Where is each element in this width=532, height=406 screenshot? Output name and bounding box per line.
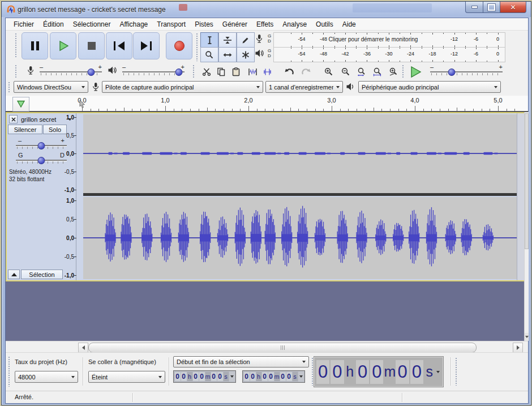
- time-digit[interactable]: 0: [211, 372, 217, 381]
- fit-selection-button[interactable]: [354, 65, 368, 79]
- play-at-speed-button[interactable]: [406, 65, 424, 79]
- trim-audio-button[interactable]: [246, 65, 260, 79]
- selection-mode-dropdown[interactable]: Début et fin de la sélection: [173, 356, 309, 367]
- time-digit[interactable]: 0: [396, 360, 409, 384]
- menu-item-selectionner[interactable]: Sélectionner: [68, 19, 115, 30]
- menu-item-effets[interactable]: Effets: [252, 19, 278, 30]
- cut-button[interactable]: [199, 65, 213, 79]
- time-digit[interactable]: 0: [199, 372, 205, 381]
- undo-button[interactable]: [282, 65, 296, 79]
- vertical-scrollbar-thumb[interactable]: [525, 113, 529, 249]
- paste-button[interactable]: [229, 65, 243, 79]
- recording-channels-dropdown[interactable]: 1 canal d'enregistrement (m: [265, 81, 343, 93]
- mixer-toolbar-grip[interactable]: [15, 65, 17, 78]
- menu-item-aide[interactable]: Aide: [338, 19, 361, 30]
- timeline-ruler[interactable]: 0,01,02,03,04,05,0: [6, 96, 528, 112]
- time-digit[interactable]: 0: [244, 372, 250, 381]
- scroll-right-button[interactable]: [513, 343, 523, 353]
- menu-item-analyse[interactable]: Analyse: [278, 19, 311, 30]
- time-digit[interactable]: 0: [193, 372, 199, 381]
- time-unit[interactable]: m: [274, 372, 280, 381]
- menu-item-affichage[interactable]: Affichage: [115, 19, 152, 30]
- time-shift-tool-button[interactable]: [218, 47, 237, 62]
- time-format-menu-arrow[interactable]: [229, 371, 235, 382]
- time-digit[interactable]: 0: [175, 372, 181, 381]
- menu-item-transport[interactable]: Transport: [152, 19, 190, 30]
- time-format-menu-arrow[interactable]: [298, 371, 304, 382]
- playback-device-dropdown[interactable]: Périphérique audio principal: [358, 81, 501, 93]
- record-meter[interactable]: -54-48-12-60Cliquer pour démarrer le mon…: [273, 32, 505, 48]
- skip-to-end-button[interactable]: [133, 32, 160, 59]
- selection-start-time-field[interactable]: 00h00m00s: [173, 370, 236, 383]
- audio-host-dropdown[interactable]: Windows DirectSou: [14, 81, 88, 93]
- zoom-tool-button[interactable]: [200, 47, 218, 62]
- play-button[interactable]: [50, 32, 76, 59]
- waveform-channel-right[interactable]: [83, 197, 517, 279]
- fit-project-button[interactable]: [370, 65, 384, 79]
- record-meter-mic-icon[interactable]: [255, 34, 264, 44]
- time-digit[interactable]: 0: [268, 372, 274, 381]
- waveform-channel-left[interactable]: [83, 114, 517, 193]
- time-unit[interactable]: h: [345, 364, 355, 380]
- time-digit[interactable]: 0: [316, 360, 329, 384]
- time-digit[interactable]: 0: [331, 360, 344, 384]
- menu-item-pistes[interactable]: Pistes: [190, 19, 218, 30]
- horizontal-scrollbar[interactable]: [6, 341, 528, 352]
- time-unit[interactable]: s: [224, 372, 229, 381]
- record-button[interactable]: [166, 32, 192, 59]
- skip-to-start-button[interactable]: [106, 32, 132, 59]
- time-digit[interactable]: 0: [250, 372, 256, 381]
- horizontal-scrollbar-thumb[interactable]: [88, 343, 477, 353]
- envelope-tool-button[interactable]: [218, 32, 237, 48]
- time-digit[interactable]: 0: [181, 372, 187, 381]
- playback-volume-thumb[interactable]: [175, 69, 183, 76]
- zoom-toggle-button[interactable]: [386, 65, 400, 79]
- restore-button[interactable]: [483, 2, 500, 13]
- time-unit[interactable]: s: [424, 364, 435, 380]
- play-speed-thumb[interactable]: [448, 69, 456, 76]
- redo-button[interactable]: [299, 65, 313, 79]
- time-digit[interactable]: 0: [217, 372, 223, 381]
- play-speed-toolbar-grip[interactable]: [402, 65, 404, 78]
- time-digit[interactable]: 0: [286, 372, 292, 381]
- minimize-button[interactable]: [465, 2, 483, 13]
- audio-position-display[interactable]: 00h00m00s: [314, 356, 444, 387]
- project-rate-dropdown[interactable]: 48000: [15, 371, 78, 383]
- device-toolbar-grip[interactable]: [8, 82, 10, 93]
- time-digit[interactable]: 0: [356, 360, 369, 384]
- silence-audio-button[interactable]: [260, 65, 274, 79]
- selection-end-time-field[interactable]: 00h00m00s: [242, 370, 305, 383]
- pause-button[interactable]: [22, 32, 48, 59]
- snap-to-dropdown[interactable]: Éteint: [88, 371, 165, 383]
- time-unit[interactable]: m: [384, 364, 395, 380]
- spare-toolbar-grip[interactable]: [455, 357, 457, 386]
- zoom-in-button[interactable]: [321, 65, 336, 79]
- close-button[interactable]: ✕: [500, 2, 526, 13]
- time-digit[interactable]: 0: [370, 360, 383, 384]
- transport-toolbar-grip[interactable]: [15, 33, 17, 58]
- vertical-scrollbar[interactable]: [524, 112, 529, 341]
- stop-button[interactable]: [78, 32, 105, 59]
- multi-tool-button[interactable]: [237, 47, 255, 62]
- tools-toolbar-grip[interactable]: [196, 33, 198, 61]
- tracks-background[interactable]: [6, 281, 524, 341]
- zoom-out-button[interactable]: [338, 65, 353, 79]
- recording-device-dropdown[interactable]: Pilote de capture audio principal: [102, 81, 263, 93]
- selection-toolbar-grip[interactable]: [8, 356, 10, 387]
- scroll-left-button[interactable]: [78, 343, 88, 353]
- time-unit[interactable]: h: [187, 372, 192, 381]
- playback-meter[interactable]: -54-48-42-36-30-24-18-12-60: [273, 47, 505, 62]
- time-unit[interactable]: s: [293, 372, 298, 381]
- time-digit[interactable]: 0: [410, 360, 423, 384]
- menu-item-generer[interactable]: Générer: [218, 19, 252, 30]
- selection-tool-button[interactable]: [200, 32, 218, 48]
- time-digit[interactable]: 0: [262, 372, 268, 381]
- draw-tool-button[interactable]: [237, 32, 255, 48]
- edit-toolbar-grip[interactable]: [192, 65, 195, 78]
- time-format-menu-arrow[interactable]: [435, 371, 441, 373]
- empty-track-area[interactable]: [517, 113, 525, 280]
- menu-item-edition[interactable]: Édition: [38, 19, 68, 30]
- time-unit[interactable]: h: [256, 372, 261, 381]
- title-bar[interactable]: grillon secret message - cricket's secre…: [2, 2, 531, 17]
- playback-meter-speaker-icon[interactable]: [255, 49, 264, 58]
